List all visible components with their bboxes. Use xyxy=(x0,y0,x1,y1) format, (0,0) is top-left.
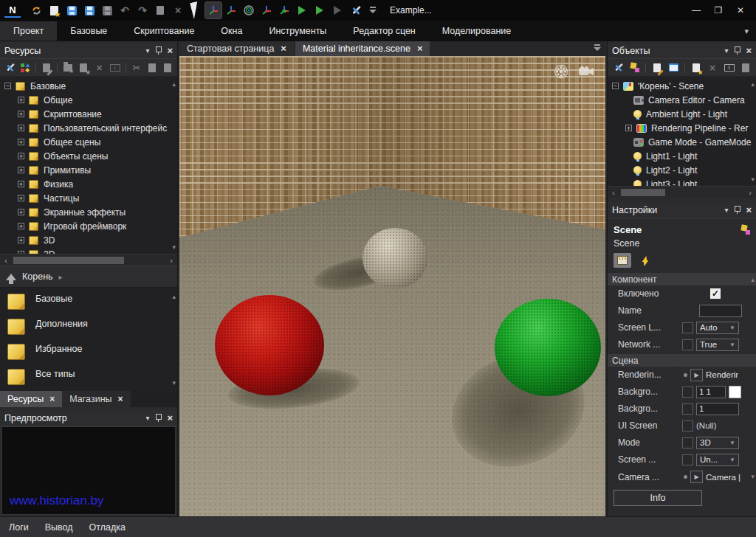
close-icon[interactable]: × xyxy=(167,46,173,55)
chevron-right-icon[interactable]: ▸ xyxy=(59,273,63,281)
select-tool-icon[interactable] xyxy=(188,2,204,18)
resource-tree-item[interactable]: Объекты сцены xyxy=(0,149,177,163)
ui-screen-value[interactable]: (Null) xyxy=(696,421,716,430)
sphere-green[interactable] xyxy=(495,299,601,396)
close-button[interactable]: ✕ xyxy=(729,2,752,18)
folder-list-item[interactable]: Все типы xyxy=(0,366,177,391)
scroll-left-icon[interactable]: ‹ xyxy=(0,256,12,265)
expander-box[interactable] xyxy=(18,223,24,229)
tab-list-icon[interactable] xyxy=(594,44,601,52)
object-tree-item[interactable]: Rendering Pipeline - Rer xyxy=(608,121,756,135)
resource-tree-item[interactable]: Скриптование xyxy=(0,107,177,121)
expander-box[interactable] xyxy=(18,237,24,243)
mode-dropdown[interactable]: 3D▼ xyxy=(696,437,739,449)
enabled-checkbox[interactable]: ✓ xyxy=(710,288,721,299)
scrollbar-thumb[interactable] xyxy=(621,189,665,196)
viewport-3d-scene[interactable] xyxy=(178,56,607,516)
sphere-gray[interactable] xyxy=(362,228,427,288)
rename-icon[interactable]: I xyxy=(722,60,737,75)
edit-icon[interactable] xyxy=(650,60,664,75)
close-icon[interactable]: × xyxy=(49,395,55,403)
resource-tree-item[interactable]: Экранные эффекты xyxy=(0,205,177,219)
menu-item[interactable]: Редактор сцен xyxy=(340,21,428,41)
background-intensity-field[interactable] xyxy=(696,403,739,415)
expander-box[interactable] xyxy=(18,209,24,215)
folder-list-item[interactable]: Избранное xyxy=(0,341,177,366)
events-tab[interactable] xyxy=(636,253,653,268)
default-box[interactable] xyxy=(682,322,693,333)
play-secondary-icon[interactable] xyxy=(312,2,328,18)
tools-icon[interactable] xyxy=(347,2,363,18)
scroll-up-icon[interactable]: ▴ xyxy=(172,81,176,88)
expander-box[interactable] xyxy=(18,97,24,103)
scroll-down-icon[interactable]: ▾ xyxy=(172,380,176,387)
scroll-down-icon[interactable]: ▾ xyxy=(751,176,755,183)
statusbar-item[interactable]: Логи xyxy=(9,522,29,533)
menu-item[interactable]: Окна xyxy=(207,21,255,41)
pin-icon[interactable] xyxy=(734,46,740,55)
refresh-icon[interactable] xyxy=(28,2,44,18)
screen-label-dropdown[interactable]: Auto▼ xyxy=(696,322,739,334)
resource-tree-item[interactable]: Общие xyxy=(0,93,177,107)
close-icon[interactable]: × xyxy=(167,414,173,423)
statusbar-item[interactable]: Отладка xyxy=(89,522,126,533)
play-icon[interactable] xyxy=(294,2,310,18)
expander-box[interactable] xyxy=(18,195,24,201)
close-icon[interactable]: × xyxy=(118,395,123,403)
chevron-down-icon[interactable]: ▾ xyxy=(145,415,149,422)
minimize-button[interactable]: — xyxy=(685,2,707,18)
menu-item[interactable]: Проект xyxy=(0,21,57,41)
move-tool-icon[interactable] xyxy=(205,2,221,18)
object-tree-item[interactable]: Light3 - Light xyxy=(608,177,756,186)
background-color-field[interactable] xyxy=(696,386,726,398)
component-icon[interactable] xyxy=(628,60,642,75)
expander-box[interactable] xyxy=(18,251,24,254)
close-icon[interactable]: × xyxy=(281,44,286,53)
breadcrumb-label[interactable]: Корень xyxy=(22,271,53,282)
expander-box[interactable] xyxy=(18,111,24,117)
resource-tree-item[interactable]: Пользовательский интерфейс xyxy=(0,121,177,135)
resource-tree-item[interactable]: Частицы xyxy=(0,191,177,205)
scroll-up-icon[interactable]: ▴ xyxy=(172,294,176,300)
chevron-down-icon[interactable]: ▾ xyxy=(145,47,149,55)
resource-tree-item[interactable]: Базовые xyxy=(0,79,177,93)
resources-hscrollbar[interactable]: ‹ › xyxy=(0,254,177,266)
menu-overflow-icon[interactable]: ▾ xyxy=(737,27,756,36)
document-tab[interactable]: Стартовая страница × xyxy=(179,41,294,56)
expand-button[interactable]: ▶ xyxy=(690,471,703,483)
properties-tab[interactable] xyxy=(614,253,631,268)
close-icon[interactable]: × xyxy=(746,206,752,215)
close-icon[interactable]: × xyxy=(746,46,752,55)
expander-box[interactable] xyxy=(18,125,24,131)
scroll-up-icon[interactable]: ▴ xyxy=(751,81,755,88)
resource-tree-item[interactable]: 2D xyxy=(0,247,177,254)
save-icon[interactable] xyxy=(63,2,80,18)
resource-tree-item[interactable]: Примитивы xyxy=(0,163,177,177)
expander-box[interactable] xyxy=(4,83,11,89)
default-box[interactable] xyxy=(682,454,693,465)
objects-hscrollbar[interactable]: ‹ › xyxy=(608,186,756,198)
scroll-down-icon[interactable]: ▾ xyxy=(751,474,756,480)
new-resource-icon[interactable]: ★ xyxy=(689,60,704,75)
scale-gizmo-icon[interactable] xyxy=(258,2,275,18)
folder-list-item[interactable]: Дополнения xyxy=(0,316,177,341)
scroll-right-icon[interactable]: › xyxy=(165,256,177,265)
chevron-down-icon[interactable]: ▾ xyxy=(724,47,728,55)
rotate-gizmo-icon[interactable] xyxy=(241,2,257,18)
expander-box[interactable] xyxy=(18,167,24,173)
expander-box[interactable] xyxy=(18,153,24,159)
menu-item[interactable]: Моделирование xyxy=(429,21,525,41)
tools-icon[interactable] xyxy=(3,60,16,75)
watermark-link[interactable]: www.historian.by xyxy=(10,493,104,508)
color-swatch[interactable] xyxy=(729,386,741,398)
object-tree-item[interactable]: Game Mode - GameMode xyxy=(608,135,756,149)
object-tree-item[interactable]: Light2 - Light xyxy=(608,163,756,177)
object-tree-item[interactable]: Light1 - Light xyxy=(608,149,756,163)
info-button[interactable]: Info xyxy=(614,490,702,506)
default-box[interactable] xyxy=(682,403,693,415)
expand-button[interactable]: ▶ xyxy=(690,369,703,381)
pin-icon[interactable] xyxy=(155,46,161,55)
new-resource-icon[interactable]: ★ xyxy=(46,2,62,18)
move-gizmo-icon[interactable] xyxy=(223,2,239,18)
close-icon[interactable]: × xyxy=(417,44,423,53)
